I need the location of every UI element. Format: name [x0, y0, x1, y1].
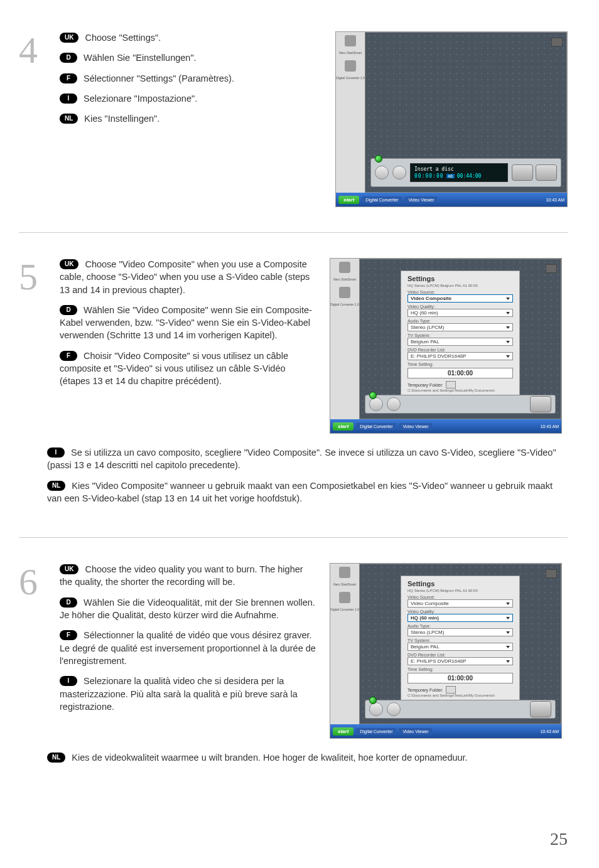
screenshot-sidebar: Nero StartSmart Digital Converter 1.0 — [336, 32, 365, 193]
sidebar-label-2: Digital Converter 1.0 — [336, 77, 365, 80]
instruction-uk: UK Choose the video quality you want to … — [60, 563, 317, 589]
taskbar-clock: 10:43 AM — [540, 729, 559, 734]
instruction-d: D Wählen Sie die Videoqualität, mit der … — [60, 596, 317, 622]
sidebar-label-1: Nero StartSmart — [339, 51, 362, 55]
record-button[interactable] — [530, 396, 551, 412]
chevron-down-icon — [506, 297, 510, 300]
step-number: 4 — [19, 31, 47, 207]
step-number: 5 — [19, 258, 47, 434]
browse-folder-button[interactable] — [446, 381, 456, 388]
step-5: 5 UK Choose "Video Composite" when you u… — [19, 258, 568, 538]
select-audio-type[interactable]: Stereo (LPCM) — [407, 628, 513, 636]
dialog-title: Settings — [407, 275, 513, 282]
lang-badge-uk: UK — [60, 564, 78, 574]
taskbar-item-2[interactable]: Video Viewer — [399, 423, 432, 430]
select-video-quality[interactable]: HQ (60 min) — [407, 614, 513, 622]
settings-button[interactable] — [392, 166, 406, 179]
lang-badge-d: D — [60, 305, 77, 315]
dialog-title: Settings — [407, 580, 513, 587]
player-controls — [365, 700, 556, 719]
lang-badge-nl: NL — [47, 753, 65, 763]
screenshot-step-5: Nero StartSmart Digital Converter 1.0 Se… — [330, 258, 562, 434]
label-temp-folder: Temporary Folder: — [407, 688, 443, 692]
step-number: 6 — [19, 563, 47, 739]
screenshot-sidebar: Nero StartSmart Digital Converter 1.0 — [330, 564, 359, 724]
chevron-down-icon — [506, 617, 510, 619]
taskbar-clock: 10:43 AM — [546, 198, 564, 202]
select-dvd-recorder[interactable]: E: PHILIPS DVDR1648P — [407, 352, 513, 360]
chevron-down-icon — [506, 355, 510, 358]
instruction-f-text: Sélectionner "Settings" (Paramètres). — [84, 72, 323, 85]
instruction-d: D Wählen Sie "Einstellungen". — [60, 51, 323, 64]
select-video-source[interactable]: Video Composite — [407, 599, 513, 608]
converter-icon — [339, 592, 350, 603]
step-4-text: UK Choose "Settings". D Wählen Sie "Eins… — [60, 31, 323, 207]
start-button[interactable]: start — [333, 727, 353, 736]
lcd-duration: 00:44:00 — [457, 173, 482, 179]
select-audio-type[interactable]: Stereo (LPCM) — [407, 323, 513, 331]
screenshot-main: Insert a disc 00:00:00 HQ 00:44:00 — [365, 32, 567, 193]
instruction-i: I Selezionare la qualità video che si de… — [60, 675, 317, 713]
browse-folder-button[interactable] — [446, 686, 456, 694]
instruction-d-text: Wählen Sie "Einstellungen". — [84, 51, 323, 64]
page-number: 25 — [550, 829, 568, 849]
taskbar-item-1[interactable]: Digital Converter — [356, 423, 396, 430]
taskbar-item-1[interactable]: Digital Converter — [362, 196, 402, 203]
label-tv-system: TV System: — [407, 638, 513, 643]
taskbar-item-2[interactable]: Video Viewer — [404, 196, 438, 203]
label-temp-folder: Temporary Folder: — [407, 383, 443, 387]
lang-badge-i: I — [60, 94, 77, 104]
screenshot-thumbnail — [546, 264, 557, 273]
record-button[interactable] — [512, 164, 533, 181]
select-dvd-recorder[interactable]: E: PHILIPS DVDR1648P — [407, 657, 513, 665]
lang-badge-f: F — [60, 73, 77, 83]
screenshot-main: Settings HQ Stereo (LPCM) Belgium PAL A1… — [359, 564, 561, 724]
taskbar-item-1[interactable]: Digital Converter — [356, 728, 396, 735]
instruction-uk: UK Choose "Settings". — [60, 31, 323, 44]
time-setting-value[interactable]: 01:00:00 — [407, 673, 513, 683]
select-video-quality[interactable]: HQ (60 min) — [407, 309, 513, 317]
settings-button[interactable] — [387, 702, 401, 716]
instruction-f-text: Choisir "Video Composite" si vous utilis… — [60, 351, 288, 387]
taskbar-item-2[interactable]: Video Viewer — [399, 728, 432, 735]
stop-button[interactable] — [536, 164, 557, 181]
sidebar-label-1: Nero StartSmart — [333, 583, 356, 587]
select-tv-system[interactable]: Belgium PAL — [407, 643, 513, 651]
lang-badge-f: F — [60, 630, 77, 640]
instruction-nl-text: Kies de videokwaliteit waarmee u wilt br… — [72, 753, 467, 763]
start-button[interactable]: start — [333, 422, 353, 431]
label-tv-system: TV System: — [407, 333, 513, 338]
instruction-i-text: Se si utilizza un cavo composito, scegli… — [47, 447, 556, 470]
camera-button[interactable] — [369, 397, 383, 411]
instruction-d-text: Wählen Sie die Videoqualität, mit der Si… — [60, 597, 315, 620]
record-button[interactable] — [530, 701, 551, 717]
lcd-display: Insert a disc 00:00:00 HQ 00:44:00 — [410, 163, 508, 182]
start-button[interactable]: start — [338, 196, 359, 204]
chevron-down-icon — [506, 326, 510, 329]
step-6-overflow-text: NL Kies de videokwaliteit waarmee u wilt… — [19, 751, 568, 771]
taskbar: start Digital Converter Video Viewer 10:… — [330, 419, 561, 433]
instruction-i: I Se si utilizza un cavo composito, sceg… — [47, 446, 568, 472]
camera-button[interactable] — [375, 166, 389, 179]
lang-badge-nl: NL — [60, 114, 78, 124]
time-setting-value[interactable]: 01:00:00 — [407, 368, 513, 378]
sidebar-label-1: Nero StartSmart — [333, 278, 356, 282]
settings-button[interactable] — [387, 397, 401, 411]
instruction-i: I Selezionare "Impostazione". — [60, 92, 323, 105]
lang-badge-nl: NL — [47, 481, 65, 491]
settings-dialog: Settings HQ Stereo (LPCM) Belgium PAL A1… — [401, 271, 520, 411]
label-video-quality: Video Quality: — [407, 304, 513, 309]
temp-folder-path: C:\Documents and Settings\TestLab\My Doc… — [407, 694, 513, 697]
instruction-nl-text: Kies "Instellingen". — [84, 112, 323, 125]
label-video-source: Video Source: — [407, 290, 513, 294]
camera-button[interactable] — [369, 702, 383, 716]
instruction-f: F Sélectionner la qualité de vidéo que v… — [60, 629, 317, 667]
select-tv-system[interactable]: Belgium PAL — [407, 338, 513, 346]
sidebar-label-2: Digital Converter 1.0 — [330, 608, 359, 612]
select-video-source[interactable]: Video Composite — [407, 294, 513, 303]
instruction-uk: UK Choose "Video Composite" when you use… — [60, 258, 317, 296]
label-video-source: Video Source: — [407, 595, 513, 599]
temp-folder-path: C:\Documents and Settings\TestLab\My Doc… — [407, 388, 513, 392]
chevron-down-icon — [506, 660, 510, 663]
chevron-down-icon — [506, 646, 510, 648]
